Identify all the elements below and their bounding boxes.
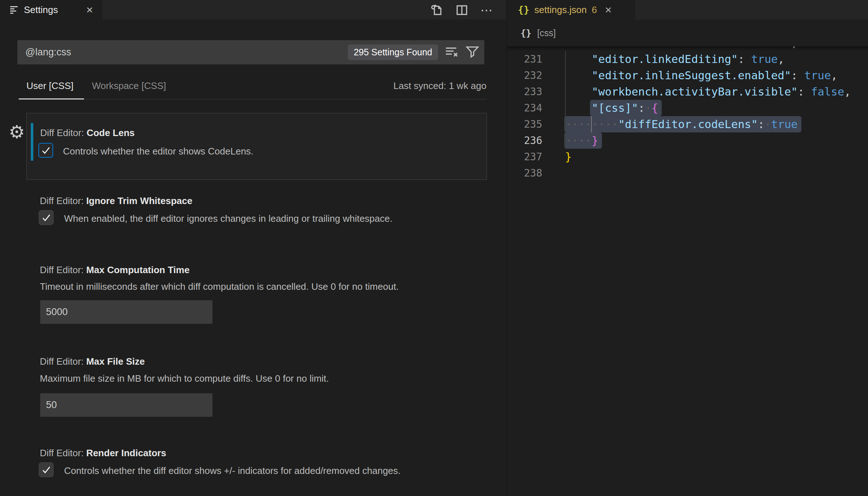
setting-title: Diff Editor: Code Lens	[40, 127, 135, 138]
code-text: "editor.inlineSuggest.enabled": true,	[565, 67, 838, 84]
symbol-object-icon: {}	[521, 28, 531, 38]
code-text: }	[565, 149, 572, 165]
modified-indicator-bar	[31, 123, 33, 161]
setting-title: Diff Editor: Max File Size	[40, 356, 145, 367]
checkbox-render-indicators[interactable]	[39, 462, 54, 477]
input-value: 50	[46, 399, 57, 411]
json-editor-pane: {} settings.json 6 × {} [css] ,231 "edit…	[507, 0, 868, 496]
code-line[interactable]: 236····}	[507, 132, 868, 149]
code-text: ····}	[565, 132, 598, 149]
setting-label: Render Indicators	[86, 448, 166, 458]
tab-user-css[interactable]: User [CSS]	[26, 80, 73, 92]
breadcrumb-path[interactable]: [css]	[537, 28, 556, 38]
settings-editor-pane: Settings × ⋯ @lang:css 295 Settings Foun…	[0, 0, 507, 496]
setting-title: Diff Editor: Ignore Trim Whitespace	[40, 195, 192, 206]
open-settings-json-icon[interactable]	[429, 3, 444, 17]
setting-title: Diff Editor: Max Computation Time	[40, 264, 190, 275]
setting-label: Max File Size	[86, 356, 145, 367]
setting-description: Controls whether the diff editor shows +…	[64, 465, 401, 476]
setting-title: Diff Editor: Render Indicators	[40, 448, 166, 458]
right-tab-bar: {} settings.json 6 ×	[507, 0, 868, 20]
setting-label: Max Computation Time	[86, 264, 190, 275]
code-line[interactable]: 237}	[507, 149, 868, 165]
last-synced-label: Last synced: 1 wk ago	[393, 80, 486, 92]
more-actions-icon[interactable]: ⋯	[480, 3, 494, 17]
code-text: "workbench.activityBar.visible": false,	[565, 84, 851, 100]
tab-settings[interactable]: Settings ×	[0, 0, 102, 20]
scroll-shadow	[507, 46, 868, 51]
checkbox-code-lens[interactable]	[38, 143, 53, 158]
line-number: 234	[507, 100, 542, 116]
code-line[interactable]: 232 "editor.inlineSuggest.enabled": true…	[507, 67, 868, 84]
clear-filters-icon[interactable]	[444, 44, 459, 60]
left-tab-bar: Settings × ⋯	[0, 0, 506, 20]
code-text: "[css]":·{	[565, 100, 658, 116]
code-editor[interactable]: ,231 "editor.linkedEditing": true,232 "e…	[507, 46, 868, 496]
json-braces-icon: {}	[518, 4, 529, 15]
results-count-badge: 295 Settings Found	[348, 44, 438, 60]
settings-search-input[interactable]: @lang:css 295 Settings Found	[17, 40, 484, 64]
input-value: 5000	[46, 306, 68, 318]
search-query-text: @lang:css	[25, 47, 348, 58]
input-max-computation-time[interactable]: 5000	[40, 300, 212, 324]
check-icon	[41, 465, 52, 475]
problems-count-badge: 6	[592, 4, 597, 16]
settings-list-icon	[10, 6, 18, 14]
search-actions	[444, 44, 479, 60]
setting-description: When enabled, the diff editor ignores ch…	[64, 213, 392, 224]
setting-label: Ignore Trim Whitespace	[86, 195, 192, 206]
code-lines: ,231 "editor.linkedEditing": true,232 "e…	[507, 46, 868, 181]
code-text: "editor.linkedEditing": true,	[565, 51, 784, 67]
setting-label: Code Lens	[87, 127, 135, 138]
checkbox-ignore-trim-whitespace[interactable]	[39, 210, 54, 225]
setting-gear-icon[interactable]: ⚙	[9, 123, 25, 141]
tab-settings-label: Settings	[24, 4, 58, 16]
setting-description: Controls whether the editor shows CodeLe…	[63, 146, 253, 157]
code-line[interactable]: 234 "[css]":·{	[507, 100, 868, 116]
line-number: 231	[507, 51, 542, 67]
setting-description: Maximum file size in MB for which to com…	[40, 373, 329, 384]
line-number: 237	[507, 149, 542, 165]
split-editor-icon[interactable]	[455, 3, 469, 17]
breadcrumb[interactable]: {} [css]	[507, 20, 868, 46]
line-number: 233	[507, 84, 542, 100]
tab-workspace-css[interactable]: Workspace [CSS]	[92, 80, 166, 92]
tab-filename: settings.json	[534, 4, 587, 16]
setting-category: Diff Editor:	[40, 356, 86, 367]
code-line[interactable]: 235········"diffEditor.codeLens":·true	[507, 116, 868, 132]
scope-tabs-separator	[17, 99, 487, 99]
setting-description: Timeout in milliseconds after which diff…	[40, 281, 399, 292]
setting-category: Diff Editor:	[40, 448, 86, 458]
check-icon	[41, 145, 51, 156]
code-line[interactable]: 231 "editor.linkedEditing": true,	[507, 51, 868, 67]
input-max-file-size[interactable]: 50	[40, 393, 212, 417]
line-number: 236	[507, 132, 542, 149]
setting-category: Diff Editor:	[40, 127, 87, 138]
close-icon[interactable]: ×	[86, 4, 93, 16]
editor-title-actions: ⋯	[429, 3, 494, 17]
check-icon	[41, 212, 52, 223]
line-number: 238	[507, 165, 542, 181]
code-line[interactable]: 238	[507, 165, 868, 181]
line-number: 232	[507, 67, 542, 84]
code-text: ········"diffEditor.codeLens":·true	[565, 116, 798, 132]
tab-settings-json[interactable]: {} settings.json 6 ×	[507, 0, 635, 20]
filter-icon[interactable]	[465, 45, 479, 60]
active-scope-underline	[19, 98, 84, 99]
setting-category: Diff Editor:	[40, 264, 86, 275]
setting-category: Diff Editor:	[40, 195, 86, 206]
code-line[interactable]: 233 "workbench.activityBar.visible": fal…	[507, 84, 868, 100]
line-number: 235	[507, 116, 542, 132]
close-icon[interactable]: ×	[605, 4, 612, 16]
